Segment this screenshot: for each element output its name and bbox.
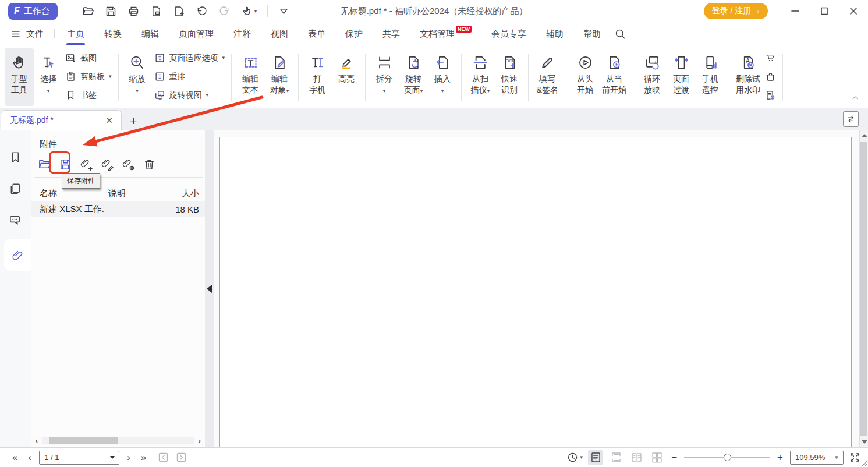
add-page-icon[interactable] bbox=[173, 5, 185, 17]
ribbon-zoom[interactable]: 缩放▾ bbox=[123, 48, 152, 106]
ribbon-preferences[interactable] bbox=[765, 90, 776, 101]
menu-item-file[interactable]: 文件 bbox=[10, 29, 52, 40]
column-header-name[interactable]: 名称 bbox=[31, 188, 104, 199]
hand-mode-icon[interactable]: ▾ bbox=[241, 5, 257, 17]
ribbon-hand-tool[interactable]: 手型工具 bbox=[5, 48, 34, 106]
ribbon-remove-watermark[interactable]: 删除试用水印 bbox=[734, 48, 763, 106]
attachment-row[interactable]: 新建 XLSX 工作... 18 KB bbox=[31, 201, 205, 217]
panel-collapse-handle[interactable] bbox=[205, 130, 214, 447]
zoom-out-button[interactable]: − bbox=[669, 452, 679, 464]
menu-item-comment[interactable]: 注释 bbox=[224, 22, 261, 45]
two-page-view-icon[interactable] bbox=[629, 450, 644, 465]
ribbon-from-scanner[interactable]: 从扫描仪▾ bbox=[466, 48, 495, 106]
tab-close-icon[interactable]: ✕ bbox=[103, 114, 115, 127]
ribbon-play-from-current[interactable]: 从当前开始 bbox=[600, 48, 629, 106]
column-header-size[interactable]: 大小 bbox=[175, 188, 205, 199]
ribbon-highlight[interactable]: 高亮 bbox=[332, 48, 361, 106]
next-page-button[interactable]: › bbox=[122, 452, 136, 464]
menu-item-share[interactable]: 共享 bbox=[373, 22, 410, 45]
zoom-level-select[interactable]: 109.59% ▼ bbox=[790, 451, 844, 465]
delete-attachment-icon[interactable] bbox=[143, 158, 156, 171]
collapse-ribbon-icon[interactable] bbox=[851, 93, 860, 102]
ribbon-bookmark[interactable]: 书签 bbox=[65, 90, 112, 101]
scroll-up-icon[interactable] bbox=[862, 134, 867, 137]
ribbon-typewriter[interactable]: 打字机 bbox=[303, 48, 332, 106]
menu-item-doc-management[interactable]: 文档管理NEW bbox=[410, 22, 481, 45]
ribbon-split[interactable]: 拆分▾ bbox=[370, 48, 399, 106]
ribbon-screenshot[interactable]: 截图 bbox=[65, 52, 112, 63]
scroll-left-icon[interactable]: ‹ bbox=[31, 436, 42, 445]
menu-item-home[interactable]: 主页 bbox=[57, 22, 94, 45]
sidebar-comments[interactable] bbox=[0, 204, 31, 236]
vertical-scrollbar-thumb[interactable] bbox=[860, 142, 867, 436]
menu-item-view[interactable]: 视图 bbox=[261, 22, 298, 45]
menu-item-member[interactable]: 会员专享 bbox=[481, 22, 536, 45]
ribbon-insert[interactable]: 插入▾ bbox=[428, 48, 457, 106]
vertical-scrollbar[interactable] bbox=[859, 130, 868, 447]
edit-attachment-icon[interactable] bbox=[101, 158, 114, 171]
ribbon-loop-play[interactable]: 循环放映 bbox=[637, 48, 667, 106]
scrollbar-thumb[interactable] bbox=[49, 437, 118, 444]
panel-horizontal-scrollbar[interactable]: ‹ › bbox=[31, 436, 205, 445]
ribbon-quick-ocr[interactable]: 快速识别 bbox=[495, 48, 524, 106]
ribbon-rotate-page[interactable]: 旋转页面▾ bbox=[399, 48, 428, 106]
resize-grip[interactable] bbox=[859, 458, 867, 466]
new-tab-button[interactable]: + bbox=[130, 115, 137, 127]
zoom-slider[interactable] bbox=[684, 452, 770, 464]
search-icon[interactable] bbox=[614, 28, 626, 40]
attachment-settings-icon[interactable] bbox=[122, 158, 135, 171]
read-mode-icon[interactable]: ▾ bbox=[566, 451, 583, 464]
ribbon-phone-remote[interactable]: 手机遥控 bbox=[696, 48, 725, 106]
menu-item-convert[interactable]: 转换 bbox=[94, 22, 132, 45]
last-page-button[interactable]: » bbox=[136, 452, 151, 464]
ribbon-select[interactable]: 选择▾ bbox=[34, 48, 63, 106]
workspace-button[interactable]: F 工作台 bbox=[8, 3, 58, 20]
login-register-button[interactable]: 登录 / 注册 ∨ bbox=[704, 3, 768, 19]
sidebar-bookmarks[interactable] bbox=[0, 141, 31, 173]
add-attachment-icon[interactable] bbox=[80, 158, 93, 171]
sidebar-pages[interactable] bbox=[0, 173, 31, 204]
zoom-in-button[interactable]: + bbox=[775, 452, 785, 464]
single-page-view-icon[interactable] bbox=[588, 450, 603, 465]
save-file-icon[interactable] bbox=[105, 5, 117, 17]
menu-item-form[interactable]: 表单 bbox=[298, 22, 335, 45]
two-page-scroll-view-icon[interactable] bbox=[649, 450, 664, 465]
menu-item-accessibility[interactable]: 辅助 bbox=[536, 22, 573, 45]
ribbon-fill-sign[interactable]: 填写&签名 bbox=[533, 48, 562, 106]
ribbon-plugins[interactable] bbox=[765, 71, 776, 82]
pdf-page[interactable] bbox=[219, 137, 852, 448]
previous-page-button[interactable]: ‹ bbox=[23, 452, 37, 464]
ribbon-rotate-view[interactable]: 旋转视图▾ bbox=[154, 90, 225, 101]
scroll-right-icon[interactable]: › bbox=[194, 436, 205, 445]
ribbon-play-from-start[interactable]: 从头开始 bbox=[571, 48, 600, 106]
close-button[interactable] bbox=[839, 1, 868, 22]
scroll-down-icon[interactable] bbox=[862, 440, 867, 444]
continuous-view-icon[interactable] bbox=[608, 450, 623, 465]
sidebar-attachments[interactable] bbox=[4, 239, 31, 271]
menu-item-protect[interactable]: 保护 bbox=[335, 22, 373, 45]
column-header-desc[interactable]: 说明 bbox=[104, 188, 175, 199]
menu-item-page-management[interactable]: 页面管理 bbox=[169, 22, 224, 45]
undo-icon[interactable] bbox=[196, 5, 208, 17]
zoom-slider-handle[interactable] bbox=[724, 454, 731, 461]
menu-item-edit[interactable]: 编辑 bbox=[132, 22, 169, 45]
open-file-icon[interactable] bbox=[82, 5, 94, 17]
swap-view-button[interactable] bbox=[843, 111, 859, 127]
maximize-button[interactable] bbox=[810, 1, 839, 22]
open-attachment-icon[interactable] bbox=[38, 158, 51, 171]
ribbon-edit-text[interactable]: 编辑文本 bbox=[236, 48, 265, 106]
print-icon[interactable] bbox=[127, 5, 140, 17]
document-tab[interactable]: 无标题.pdf * ✕ bbox=[1, 110, 122, 130]
page-number-select[interactable]: 1 / 1 bbox=[39, 451, 119, 465]
menu-item-help[interactable]: 帮助 bbox=[573, 22, 611, 45]
save-attachment-icon[interactable] bbox=[59, 158, 72, 171]
ribbon-store[interactable] bbox=[765, 52, 776, 63]
ribbon-clipboard[interactable]: 剪贴板▾ bbox=[65, 71, 112, 82]
minimize-button[interactable] bbox=[781, 1, 810, 22]
ribbon-page-fit[interactable]: 页面适应选项▾ bbox=[154, 52, 225, 63]
customize-toolbar-icon[interactable] bbox=[278, 6, 289, 17]
first-page-button[interactable]: « bbox=[7, 452, 23, 464]
extract-page-icon[interactable] bbox=[150, 5, 162, 17]
ribbon-edit-object[interactable]: 编辑对象▾ bbox=[265, 48, 294, 106]
ribbon-reflow[interactable]: 重排 bbox=[154, 71, 225, 82]
